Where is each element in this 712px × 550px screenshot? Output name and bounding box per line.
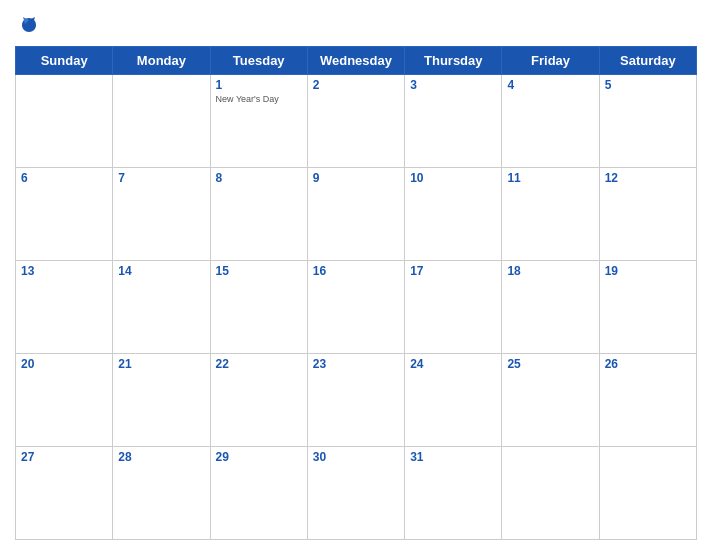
calendar-week-row: 20212223242526 [16,354,697,447]
calendar-cell: 28 [113,447,210,540]
calendar-cell: 11 [502,168,599,261]
day-number: 29 [216,450,302,464]
day-number: 24 [410,357,496,371]
calendar-cell: 31 [405,447,502,540]
day-number: 10 [410,171,496,185]
calendar-cell: 17 [405,261,502,354]
day-number: 7 [118,171,204,185]
calendar-cell: 5 [599,75,696,168]
calendar-cell [113,75,210,168]
holiday-label: New Year's Day [216,94,302,104]
day-number: 18 [507,264,593,278]
day-number: 3 [410,78,496,92]
calendar-cell: 30 [307,447,404,540]
day-number: 14 [118,264,204,278]
calendar-cell [502,447,599,540]
day-number: 17 [410,264,496,278]
weekday-header-thursday: Thursday [405,47,502,75]
calendar-cell: 9 [307,168,404,261]
calendar-cell: 29 [210,447,307,540]
calendar-cell: 15 [210,261,307,354]
calendar-cell: 4 [502,75,599,168]
calendar-cell: 14 [113,261,210,354]
calendar-cell: 25 [502,354,599,447]
calendar-cell: 26 [599,354,696,447]
calendar-cell: 16 [307,261,404,354]
weekday-header-monday: Monday [113,47,210,75]
weekday-header-wednesday: Wednesday [307,47,404,75]
calendar-cell: 18 [502,261,599,354]
calendar-cell: 1New Year's Day [210,75,307,168]
calendar-week-row: 2728293031 [16,447,697,540]
calendar-week-row: 1New Year's Day2345 [16,75,697,168]
day-number: 22 [216,357,302,371]
day-number: 16 [313,264,399,278]
weekday-header-row: SundayMondayTuesdayWednesdayThursdayFrid… [16,47,697,75]
day-number: 1 [216,78,302,92]
day-number: 12 [605,171,691,185]
calendar-cell: 3 [405,75,502,168]
calendar-cell: 8 [210,168,307,261]
calendar-cell: 6 [16,168,113,261]
day-number: 2 [313,78,399,92]
calendar-cell: 10 [405,168,502,261]
day-number: 19 [605,264,691,278]
logo [15,16,47,38]
calendar-cell: 21 [113,354,210,447]
calendar-week-row: 13141516171819 [16,261,697,354]
day-number: 13 [21,264,107,278]
weekday-header-tuesday: Tuesday [210,47,307,75]
calendar-cell: 2 [307,75,404,168]
calendar-cell: 22 [210,354,307,447]
weekday-header-saturday: Saturday [599,47,696,75]
day-number: 20 [21,357,107,371]
day-number: 6 [21,171,107,185]
weekday-header-friday: Friday [502,47,599,75]
calendar-cell: 23 [307,354,404,447]
logo-bird-icon [15,16,43,38]
calendar-cell: 13 [16,261,113,354]
calendar-week-row: 6789101112 [16,168,697,261]
day-number: 8 [216,171,302,185]
day-number: 28 [118,450,204,464]
day-number: 11 [507,171,593,185]
day-number: 5 [605,78,691,92]
day-number: 15 [216,264,302,278]
day-number: 25 [507,357,593,371]
calendar-cell [16,75,113,168]
calendar-cell: 27 [16,447,113,540]
day-number: 27 [21,450,107,464]
day-number: 23 [313,357,399,371]
calendar-cell: 24 [405,354,502,447]
day-number: 31 [410,450,496,464]
day-number: 4 [507,78,593,92]
day-number: 21 [118,357,204,371]
calendar-header [15,10,697,46]
weekday-header-sunday: Sunday [16,47,113,75]
day-number: 9 [313,171,399,185]
calendar-table: SundayMondayTuesdayWednesdayThursdayFrid… [15,46,697,540]
calendar-cell: 19 [599,261,696,354]
day-number: 30 [313,450,399,464]
calendar-cell: 7 [113,168,210,261]
calendar-cell: 12 [599,168,696,261]
calendar-cell [599,447,696,540]
day-number: 26 [605,357,691,371]
calendar-cell: 20 [16,354,113,447]
